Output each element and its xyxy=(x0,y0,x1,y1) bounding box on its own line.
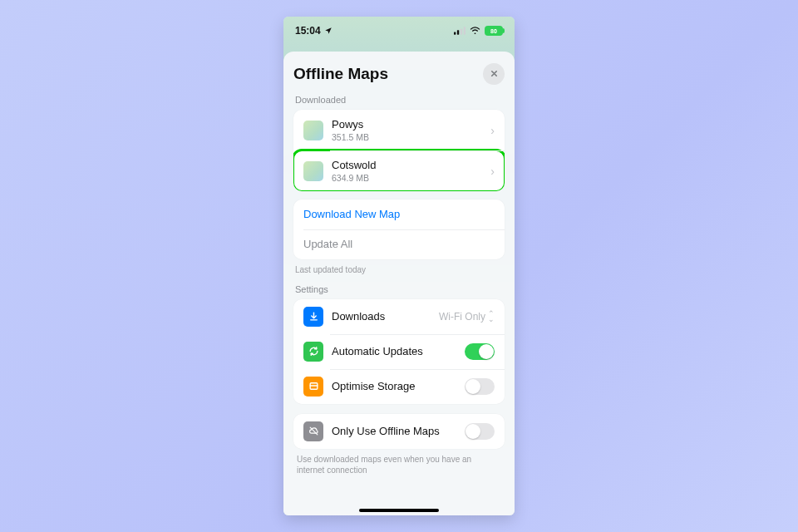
only-offline-helper-text: Use downloaded maps even when you have a… xyxy=(297,454,501,476)
optimise-storage-toggle[interactable] xyxy=(465,378,495,395)
battery-icon: 80 xyxy=(485,26,503,36)
status-bar: 15:04 80 xyxy=(283,17,515,45)
update-all-button[interactable]: Update All xyxy=(293,229,505,259)
chevron-right-icon: › xyxy=(490,124,495,137)
map-actions-list: Download New Map Update All xyxy=(293,200,505,259)
only-use-offline-maps-row[interactable]: Only Use Offline Maps xyxy=(293,414,505,449)
offline-maps-sheet: Offline Maps Downloaded Powys 351.5 MB › xyxy=(283,52,515,515)
downloaded-maps-list: Powys 351.5 MB › Cotswold 634.9 MB › xyxy=(293,110,505,191)
optimise-storage-label: Optimise Storage xyxy=(332,380,415,392)
settings-section-label: Settings xyxy=(295,284,503,294)
automatic-updates-toggle[interactable] xyxy=(465,343,495,360)
only-use-offline-maps-label: Only Use Offline Maps xyxy=(332,425,440,437)
automatic-updates-label: Automatic Updates xyxy=(332,345,423,357)
update-all-label: Update All xyxy=(303,238,495,251)
svg-rect-3 xyxy=(464,27,466,34)
cellular-signal-icon xyxy=(454,27,466,35)
map-row-powys[interactable]: Powys 351.5 MB › xyxy=(293,110,505,150)
close-icon xyxy=(490,67,499,81)
svg-rect-1 xyxy=(457,30,459,34)
last-updated-text: Last updated today xyxy=(295,265,503,274)
page-title: Offline Maps xyxy=(293,65,388,83)
map-size: 351.5 MB xyxy=(332,132,482,143)
settings-list: Downloads Wi-Fi Only ⌃⌄ Automatic Update… xyxy=(293,299,505,404)
map-name: Cotswold xyxy=(332,159,482,172)
download-icon xyxy=(303,307,323,327)
map-name: Powys xyxy=(332,118,482,131)
phone-frame: 15:04 80 Offline Maps Downloaded xyxy=(283,17,515,515)
only-use-offline-maps-toggle[interactable] xyxy=(465,423,495,440)
wifi-icon xyxy=(470,27,480,35)
chevron-right-icon: › xyxy=(490,165,495,178)
battery-text: 80 xyxy=(490,28,497,34)
only-offline-card: Only Use Offline Maps xyxy=(293,414,505,449)
map-thumbnail-icon xyxy=(303,161,323,181)
status-time: 15:04 xyxy=(295,25,321,37)
home-indicator[interactable] xyxy=(359,509,439,512)
downloads-setting-value: Wi-Fi Only ⌃⌄ xyxy=(439,311,495,323)
svg-rect-2 xyxy=(461,29,462,35)
storage-icon xyxy=(303,377,323,397)
svg-point-4 xyxy=(475,32,476,34)
location-arrow-icon xyxy=(324,27,332,35)
cloud-offline-icon xyxy=(303,421,323,441)
optimise-storage-setting-row[interactable]: Optimise Storage xyxy=(293,369,505,404)
download-new-map-label: Download New Map xyxy=(303,208,495,221)
map-thumbnail-icon xyxy=(303,121,323,140)
downloads-setting-row[interactable]: Downloads Wi-Fi Only ⌃⌄ xyxy=(293,299,505,334)
svg-rect-0 xyxy=(454,32,456,35)
map-size: 634.9 MB xyxy=(332,173,482,184)
downloaded-section-label: Downloaded xyxy=(295,95,503,105)
download-new-map-button[interactable]: Download New Map xyxy=(293,200,505,229)
map-row-cotswold[interactable]: Cotswold 634.9 MB › xyxy=(293,150,505,191)
downloads-setting-label: Downloads xyxy=(332,310,385,323)
refresh-icon xyxy=(303,342,323,362)
automatic-updates-setting-row[interactable]: Automatic Updates xyxy=(293,334,505,369)
chevron-updown-icon: ⌃⌄ xyxy=(488,311,495,323)
close-button[interactable] xyxy=(483,63,505,85)
